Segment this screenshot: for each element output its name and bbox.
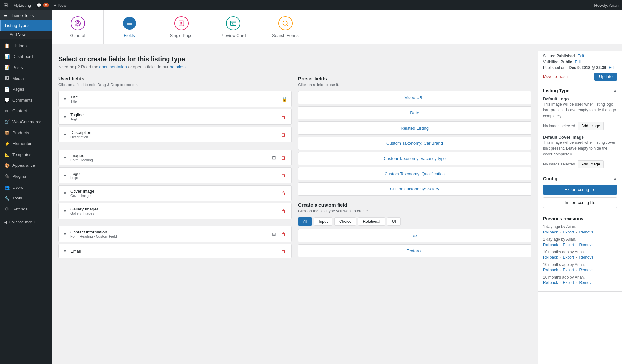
published-edit-link[interactable]: Edit [609,65,616,70]
sidebar-item-settings[interactable]: ⚙ Settings [0,204,52,215]
custom-field-tab-ui[interactable]: UI [387,217,401,226]
sidebar-item-elementor[interactable]: ⚡ Elementor [0,139,52,150]
revision-rollback-4[interactable]: Rollback [543,280,558,285]
update-button[interactable]: Update [594,73,617,81]
custom-field-tab-choice[interactable]: Choice [334,217,356,226]
expand-icon[interactable]: ▼ [63,191,68,196]
preset-field-video-url[interactable]: Video URL [298,91,531,104]
custom-field-tab-input[interactable]: Input [314,217,332,226]
revision-export-3[interactable]: Export [563,268,574,272]
custom-field-tab-relational[interactable]: Relational [358,217,385,226]
delete-field-button[interactable]: 🗑 [280,154,287,161]
delete-field-button[interactable]: 🗑 [280,131,287,138]
custom-field-tab-all[interactable]: All [298,217,312,226]
tab-general[interactable]: General [52,10,104,44]
config-collapse-icon[interactable]: ▲ [613,176,617,181]
expand-icon[interactable]: ▼ [63,132,68,137]
adminbar-comments[interactable]: 💬 0 [36,3,49,8]
preset-field-car-brand[interactable]: Custom Taxonomy: Car Brand [298,137,531,150]
move-field-button[interactable]: ⊞ [271,154,278,161]
delete-field-button[interactable]: 🗑 [280,247,287,255]
delete-field-button[interactable]: 🗑 [280,231,287,238]
theme-tools-header[interactable]: ☰ Theme Tools [0,10,52,20]
sidebar-item-users[interactable]: 👥 Users [0,182,52,193]
revision-rollback-0[interactable]: Rollback [543,230,558,234]
field-item-tagline[interactable]: ▼ Tagline Tagline 🗑 [58,109,292,125]
sidebar-item-comments[interactable]: 💬 Comments [0,95,52,106]
revision-remove-3[interactable]: Remove [579,268,593,272]
preset-field-qualification[interactable]: Custom Taxonomy: Qualification [298,167,531,180]
sidebar-item-listings[interactable]: 📋 Listings [0,40,52,51]
expand-icon[interactable]: ▼ [63,97,68,101]
sidebar-item-woocommerce[interactable]: 🛒 WooCommerce [0,117,52,128]
move-field-button[interactable]: ⊞ [271,231,278,238]
adminbar-new[interactable]: + New [54,3,67,8]
sidebar-item-posts[interactable]: 📝 Posts [0,62,52,73]
documentation-link[interactable]: documentation [99,64,127,69]
expand-icon[interactable]: ▼ [63,249,68,253]
sidebar-item-pages[interactable]: 📄 Pages [0,84,52,95]
revision-remove-4[interactable]: Remove [579,280,593,285]
default-logo-add-image-btn[interactable]: Add Image [578,122,604,130]
field-item-email[interactable]: ▼ Email 🗑 [58,244,292,258]
delete-field-button[interactable]: 🗑 [280,208,287,215]
revision-remove-0[interactable]: Remove [579,230,593,234]
field-item-images[interactable]: ▼ Images Form Heading ⊞ 🗑 [58,150,292,165]
expand-icon[interactable]: ▼ [63,115,68,119]
revision-export-1[interactable]: Export [563,243,574,247]
delete-field-button[interactable]: 🗑 [280,190,287,197]
delete-field-button[interactable]: 🗑 [280,172,287,179]
sidebar-item-products[interactable]: 📦 Products [0,128,52,139]
field-actions-title: 🔒 [282,97,287,102]
revision-rollback-1[interactable]: Rollback [543,243,558,247]
revision-export-4[interactable]: Export [563,280,574,285]
expand-icon[interactable]: ▼ [63,209,68,213]
tab-fields[interactable]: Fields [104,10,156,44]
preset-field-related-listing[interactable]: Related Listing [298,121,531,135]
revision-export-0[interactable]: Export [563,230,574,234]
field-item-gallery-images[interactable]: ▼ Gallery Images Gallery Images 🗑 [58,203,292,219]
move-to-trash-link[interactable]: Move to Trash [543,74,568,79]
tab-preview-card[interactable]: Preview Card [207,10,259,44]
helpdesk-link[interactable]: helpdesk [170,64,187,69]
status-edit-link[interactable]: Edit [578,54,584,58]
tab-single-page[interactable]: Single Page [156,10,207,44]
custom-field-type-text[interactable]: Text [298,229,531,242]
expand-icon[interactable]: ▼ [63,232,68,236]
sidebar-item-contact[interactable]: ✉ Contact [0,106,52,117]
listing-type-collapse-icon[interactable]: ▲ [613,88,617,93]
preset-field-date[interactable]: Date [298,106,531,119]
visibility-edit-link[interactable]: Edit [575,60,582,64]
revision-rollback-3[interactable]: Rollback [543,268,558,272]
field-item-logo[interactable]: ▼ Logo Logo 🗑 [58,167,292,183]
default-cover-add-image-btn[interactable]: Add Image [578,160,604,168]
field-item-description[interactable]: ▼ Description Description 🗑 [58,127,292,142]
preset-field-vacancy-type[interactable]: Custom Taxonomy: Vacancy type [298,152,531,165]
preset-field-salary[interactable]: Custom Taxonomy: Salary [298,182,531,196]
revision-rollback-2[interactable]: Rollback [543,255,558,260]
export-config-button[interactable]: Export config file [543,185,617,195]
revision-remove-1[interactable]: Remove [579,243,593,247]
sidebar-item-media[interactable]: 🖼 Media [0,73,52,84]
expand-icon[interactable]: ▼ [63,155,68,160]
import-config-button[interactable]: Import config file [543,197,617,208]
sidebar-item-templates[interactable]: 📐 Templates [0,149,52,160]
collapse-menu-button[interactable]: ◀ Collapse menu [0,217,52,228]
tab-search-forms[interactable]: Search Forms [259,10,312,44]
field-item-contact-information[interactable]: ▼ Contact Information Form Heading · Cus… [58,226,292,242]
field-item-title[interactable]: ▼ Title Title 🔒 [58,91,292,107]
expand-icon[interactable]: ▼ [63,173,68,178]
sidebar-item-listing-types[interactable]: Listing Types [0,20,52,31]
custom-field-type-textarea[interactable]: Textarea [298,244,531,257]
adminbar-site-name[interactable]: MyListing [13,3,31,8]
field-item-cover-image[interactable]: ▼ Cover Image Cover Image 🗑 [58,185,292,201]
sidebar-item-appearance[interactable]: 🎨 Appearance [0,160,52,171]
sidebar-item-tools[interactable]: 🔧 Tools [0,193,52,204]
sidebar-item-add-new[interactable]: Add New [0,31,52,39]
wp-logo-icon[interactable]: ⊞ [3,2,8,9]
revision-export-2[interactable]: Export [563,255,574,260]
revision-remove-2[interactable]: Remove [579,255,593,260]
delete-field-button[interactable]: 🗑 [280,113,287,120]
sidebar-item-plugins[interactable]: 🔌 Plugins [0,171,52,182]
sidebar-item-dashboard[interactable]: 📊 Dashboard [0,51,52,63]
